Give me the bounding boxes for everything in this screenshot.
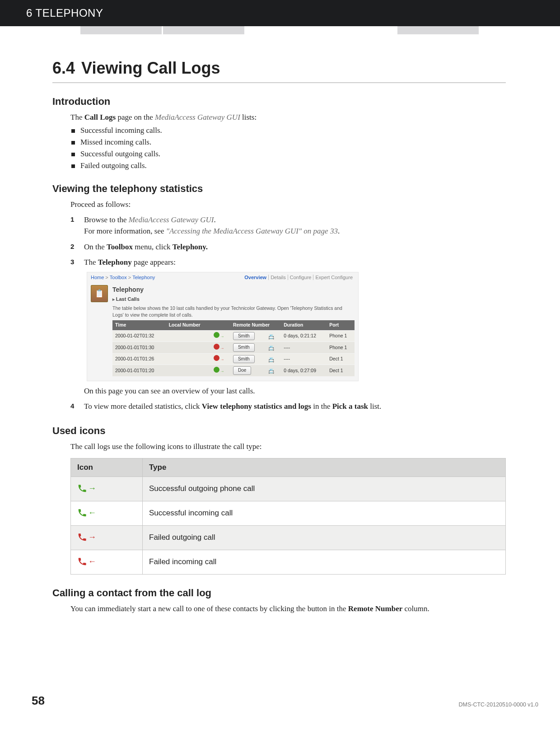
- viewing-lead: Proceed as follows:: [70, 199, 506, 210]
- step-4: To view more detailed statistics, click …: [70, 401, 506, 412]
- cross-ref: "Accessing the MediaAccess Gateway GUI" …: [166, 227, 338, 235]
- call-direction-icon: [214, 367, 219, 373]
- calling-heading: Calling a contact from the call log: [52, 587, 506, 599]
- section-title-text: Viewing Call Logs: [81, 59, 220, 77]
- remote-contact-button[interactable]: Smith: [233, 343, 255, 352]
- step-2: On the Toolbox menu, click Telephony.: [70, 242, 506, 253]
- col-remote: Remote Number: [230, 320, 281, 330]
- gui-breadcrumb: Home>Toolbox>Telephony OverviewDetailsCo…: [87, 272, 358, 283]
- list-item: Successful outgoing calls.: [70, 150, 506, 159]
- page-content: 6.4Viewing Call Logs Introduction The Ca…: [0, 35, 560, 635]
- tab-configure[interactable]: Configure: [288, 275, 313, 280]
- legend-col-icon: Icon: [71, 458, 143, 477]
- table-row: → Successful outgoing phone call: [71, 477, 506, 501]
- breadcrumb-telephony[interactable]: Telephony: [132, 275, 155, 280]
- table-row: 2000-01-01T01:26 → Smith 📇 ---- Dect 1: [112, 353, 355, 365]
- intro-list: Successful incoming calls. Missed incomi…: [70, 126, 506, 170]
- legend-label: Failed incoming call: [143, 550, 506, 574]
- last-calls-table: Time Local Number Remote Number Duration…: [112, 320, 355, 376]
- calling-text: You can immediately start a new call to …: [70, 603, 506, 615]
- intro-lead: The Call Logs page on the MediaAccess Ga…: [70, 112, 506, 123]
- last-calls-heading: Last Calls: [112, 296, 355, 303]
- step-3-note: On this page you can see an overview of …: [84, 387, 255, 395]
- call-direction-icon: [214, 355, 219, 361]
- legend-label: Failed outgoing call: [143, 525, 506, 550]
- col-duration: Duration: [281, 320, 327, 330]
- icon-legend-table: Icon Type → Successful outgoing phone ca…: [70, 458, 506, 575]
- tab-details[interactable]: Details: [268, 275, 288, 280]
- intro-heading: Introduction: [52, 96, 506, 108]
- chapter-label: 6 TELEPHONY: [26, 7, 103, 19]
- table-row: 2000-01-01T01:30 → Smith 📇 ---- Phone 1: [112, 342, 355, 354]
- failed-outgoing-icon: →: [77, 531, 93, 543]
- list-item: Missed incoming calls.: [70, 138, 506, 147]
- call-direction-icon: [214, 332, 219, 338]
- table-row: ← Failed incoming call: [71, 550, 506, 574]
- contact-card-icon: 📇: [268, 345, 275, 351]
- steps-list: Browse to the MediaAccess Gateway GUI. F…: [70, 215, 506, 412]
- breadcrumb-home[interactable]: Home: [91, 275, 104, 280]
- table-row: 2000-01-01T01:20 → Doe 📇 0 days, 0:27:09…: [112, 365, 355, 376]
- telephony-category-icon: 📋: [91, 285, 108, 302]
- breadcrumb-toolbox[interactable]: Toolbox: [110, 275, 127, 280]
- panel-title: Telephony: [112, 285, 355, 294]
- table-description: The table below shows the 10 last calls …: [112, 305, 355, 318]
- remote-contact-button[interactable]: Smith: [233, 355, 255, 364]
- tab-overview[interactable]: Overview: [243, 275, 268, 280]
- contact-card-icon: 📇: [268, 333, 275, 340]
- section-heading: 6.4Viewing Call Logs: [52, 59, 506, 83]
- col-direction: [211, 320, 230, 330]
- legend-col-type: Type: [143, 458, 506, 477]
- col-local: Local Number: [166, 320, 211, 330]
- icons-heading: Used icons: [52, 425, 506, 437]
- section-number: 6.4: [52, 59, 75, 77]
- col-port: Port: [327, 320, 355, 330]
- table-row: 2000-01-02T01:32 → Smith 📇 0 days, 0:21:…: [112, 330, 355, 342]
- step-1: Browse to the MediaAccess Gateway GUI. F…: [70, 215, 506, 237]
- col-time: Time: [112, 320, 166, 330]
- step-3: The Telephony page appears: Home>Toolbox…: [70, 257, 506, 397]
- failed-incoming-icon: ←: [77, 556, 93, 567]
- successful-outgoing-icon: →: [77, 482, 93, 494]
- table-row: ← Successful incoming call: [71, 501, 506, 525]
- icons-lead: The call logs use the following icons to…: [70, 441, 506, 453]
- viewing-heading: Viewing the telephony statistics: [52, 183, 506, 195]
- remote-contact-button[interactable]: Doe: [233, 366, 251, 375]
- contact-card-icon: 📇: [268, 368, 275, 374]
- remote-contact-button[interactable]: Smith: [233, 332, 255, 341]
- list-item: Failed outgoing calls.: [70, 161, 506, 170]
- page-footer: 58 DMS-CTC-20120510-0000 v1.0: [0, 635, 560, 718]
- page-number: 58: [32, 694, 45, 708]
- table-row: → Failed outgoing call: [71, 525, 506, 550]
- call-direction-icon: [214, 344, 219, 350]
- document-id: DMS-CTC-20120510-0000 v1.0: [459, 701, 538, 708]
- contact-card-icon: 📇: [268, 356, 275, 363]
- telephony-gui-screenshot: Home>Toolbox>Telephony OverviewDetailsCo…: [87, 272, 359, 381]
- legend-label: Successful incoming call: [143, 501, 506, 525]
- legend-label: Successful outgoing phone call: [143, 477, 506, 501]
- list-item: Successful incoming calls.: [70, 126, 506, 135]
- chapter-header: 6 TELEPHONY: [0, 0, 560, 26]
- tab-expert-configure[interactable]: Expert Configure: [313, 275, 355, 280]
- decorative-tabs: [0, 26, 560, 35]
- successful-incoming-icon: ←: [77, 507, 93, 519]
